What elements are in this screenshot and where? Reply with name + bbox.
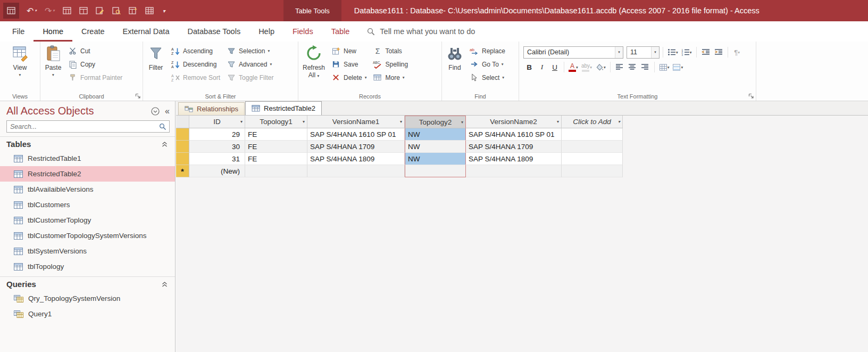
column-dropdown-icon[interactable]: ▾ — [557, 119, 559, 124]
cell-topology1[interactable]: FE — [245, 141, 307, 153]
column-header-click-to-add[interactable]: Click to Add ▾ — [562, 116, 623, 128]
cell-id[interactable]: 30 — [189, 141, 245, 153]
tab-fields[interactable]: Fields — [283, 21, 322, 42]
cell-empty[interactable] — [562, 141, 623, 153]
doc-tab-restrictedtable2[interactable]: RestrictedTable2 — [245, 101, 322, 115]
cell-topology1[interactable]: FE — [245, 153, 307, 165]
column-dropdown-icon[interactable]: ▾ — [240, 119, 243, 124]
tab-external-data[interactable]: External Data — [114, 21, 179, 42]
tab-help[interactable]: Help — [249, 21, 283, 42]
record-selector[interactable] — [176, 153, 189, 165]
undo-button[interactable]: ↶▾ — [23, 3, 40, 19]
more-button[interactable]: More ▾ — [370, 71, 411, 84]
descending-button[interactable]: ZA Descending — [168, 58, 223, 71]
paste-button[interactable]: Paste ▾ — [41, 44, 65, 79]
replace-button[interactable]: ab Replace — [466, 44, 508, 58]
align-left-button[interactable] — [614, 61, 625, 73]
search-input[interactable] — [7, 123, 159, 130]
nav-item-tbltopology[interactable]: tblTopology — [0, 259, 175, 274]
cell-topology2[interactable]: NW — [405, 153, 466, 165]
cell-topology2[interactable]: NW — [405, 141, 466, 153]
copy-button[interactable]: Copy — [65, 58, 126, 71]
nav-item-tblcustomertoplogy[interactable]: tblCustomerToplogy — [0, 212, 175, 228]
selection-button[interactable]: Selection ▾ — [223, 44, 277, 58]
design-view-icon[interactable] — [93, 3, 107, 19]
cell-versionname1[interactable]: SAP S/4HANA 1610 SP 01 — [307, 128, 405, 141]
format-painter-button[interactable]: Format Painter — [65, 71, 126, 84]
increase-indent-button[interactable] — [713, 46, 724, 58]
doc-tab-relationships[interactable]: Relationships — [178, 102, 245, 115]
tab-home[interactable]: Home — [34, 21, 72, 42]
cell-versionname1[interactable]: SAP S/4HANA 1709 — [307, 141, 405, 153]
tab-file[interactable]: File — [3, 21, 34, 42]
font-size-combo[interactable]: 11 ▾ — [627, 46, 660, 59]
select-all-cell[interactable] — [176, 116, 189, 128]
find-button[interactable]: Find — [443, 44, 466, 71]
go-to-button[interactable]: Go To ▾ — [466, 58, 508, 71]
cell-empty[interactable] — [466, 165, 562, 177]
cell-topology1[interactable]: FE — [245, 128, 307, 141]
nav-item-qry-topologysystemversion[interactable]: Qry_TopologySystemVersion — [0, 291, 175, 306]
tab-table[interactable]: Table — [322, 21, 359, 42]
numbering-button[interactable]: 123 ▾ — [680, 46, 693, 58]
cell-empty[interactable] — [562, 128, 623, 141]
column-header-versionname2[interactable]: VersionName2 ▾ — [466, 116, 562, 128]
tab-create[interactable]: Create — [72, 21, 114, 42]
text-direction-button[interactable]: ¶ ▾ — [731, 46, 743, 58]
cell-topology2[interactable]: NW — [405, 128, 466, 141]
column-header-versionname1[interactable]: VersionName1 ▾ — [307, 116, 405, 128]
filter-button[interactable]: Filter — [144, 44, 168, 71]
nav-item-tblcustomers[interactable]: tblCustomers — [0, 197, 175, 212]
decrease-indent-button[interactable] — [700, 46, 712, 58]
highlight-color-button[interactable]: aby ▾ — [580, 61, 593, 73]
align-right-button[interactable] — [639, 61, 651, 73]
shutter-bar-collapse-button[interactable]: « — [165, 107, 170, 116]
cut-button[interactable]: Cut — [65, 44, 126, 58]
datasheet-icon[interactable] — [60, 3, 74, 19]
search-icon[interactable] — [159, 123, 166, 130]
search-sheet-icon[interactable] — [109, 3, 124, 19]
tab-database-tools[interactable]: Database Tools — [178, 21, 249, 42]
background-color-button[interactable]: ▾ — [594, 61, 607, 73]
nav-item-restrictedtable1[interactable]: RestrictedTable1 — [0, 151, 175, 166]
nav-item-tblcustomertopologysystemversions[interactable]: tblCustomerTopologySystemVersions — [0, 228, 175, 243]
new-record-button[interactable]: New — [328, 44, 370, 58]
nav-item-tblavailaibleversions[interactable]: tblAvailaibleVersions — [0, 182, 175, 197]
column-dropdown-icon[interactable]: ▾ — [303, 119, 305, 124]
cell-topology2-new[interactable] — [405, 165, 466, 177]
qat-customize-button[interactable]: ▾ — [158, 3, 169, 19]
font-name-combo[interactable]: Calibri (Detail) ▾ — [523, 46, 623, 59]
cell-id[interactable]: 29 — [189, 128, 245, 141]
align-center-button[interactable] — [627, 61, 638, 73]
column-dropdown-icon[interactable]: ▾ — [400, 119, 402, 124]
grid-icon[interactable] — [142, 3, 157, 19]
view-button[interactable]: View ▾ — [9, 44, 32, 79]
tell-me-box[interactable]: Tell me what you want to do — [367, 21, 475, 42]
refresh-all-button[interactable]: Refresh All ▾ — [299, 44, 328, 80]
bold-button[interactable]: B — [523, 61, 535, 73]
spelling-button[interactable]: ABC Spelling — [370, 58, 411, 71]
cell-versionname2[interactable]: SAP S/4HANA 1809 — [466, 153, 562, 165]
nav-group-queries-header[interactable]: Queries — [0, 276, 175, 291]
new-record-selector[interactable]: * — [176, 165, 189, 177]
totals-button[interactable]: Σ Totals — [370, 44, 411, 58]
cell-versionname2[interactable]: SAP S/4HANA 1610 SP 01 — [466, 128, 562, 141]
cell-versionname1[interactable]: SAP S/4HANA 1809 — [307, 153, 405, 165]
italic-button[interactable]: I — [536, 61, 548, 73]
cell-versionname2[interactable]: SAP S/4HANA 1709 — [466, 141, 562, 153]
cell-empty[interactable] — [562, 165, 623, 177]
select-button[interactable]: Select ▾ — [466, 71, 508, 84]
table-icon[interactable] — [76, 3, 91, 19]
save-record-button[interactable]: Save — [328, 58, 370, 71]
cell-id-new[interactable]: (New) — [189, 165, 245, 177]
remove-sort-button[interactable]: AZ Remove Sort — [168, 71, 223, 84]
chevron-down-icon[interactable]: ▾ — [651, 47, 659, 58]
nav-group-tables-header[interactable]: Tables — [0, 136, 175, 151]
delete-record-button[interactable]: Delete ▾ — [328, 71, 370, 84]
new-sheet-icon[interactable] — [126, 3, 140, 19]
column-header-topology1[interactable]: Topology1 ▾ — [245, 116, 307, 128]
cell-empty[interactable] — [562, 153, 623, 165]
column-dropdown-icon[interactable]: ▾ — [461, 120, 463, 125]
toggle-filter-button[interactable]: Toggle Filter — [223, 71, 277, 84]
font-color-button[interactable]: A ▾ — [567, 61, 579, 73]
